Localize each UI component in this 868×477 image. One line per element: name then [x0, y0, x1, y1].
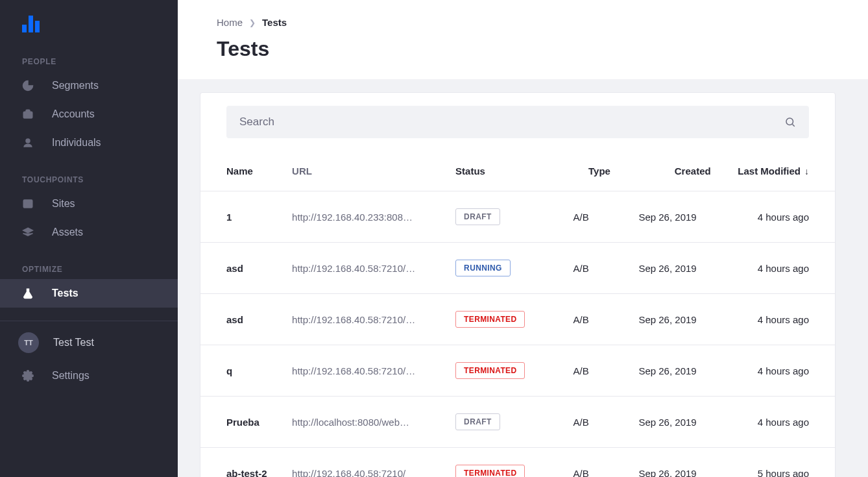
user-menu[interactable]: TT Test Test [0, 324, 178, 361]
briefcase-icon [22, 108, 34, 120]
cell-url: http://192.168.40.58:7210/… [285, 345, 449, 397]
cell-modified: 4 hours ago [730, 243, 835, 294]
sidebar-item-accounts[interactable]: Accounts [0, 100, 178, 128]
sidebar-footer: TT Test Test Settings [0, 321, 178, 397]
cell-modified: 4 hours ago [730, 191, 835, 243]
section-label: OPTIMIZE [0, 247, 178, 279]
search-bar[interactable] [226, 106, 809, 138]
sidebar-item-assets[interactable]: Assets [0, 218, 178, 247]
cell-type: A/B [567, 448, 633, 478]
table-row[interactable]: asdhttp://192.168.40.58:7210/…TERMINATED… [200, 294, 835, 345]
nav-label: Accounts [52, 108, 95, 120]
nav-label: Individuals [52, 137, 101, 149]
cell-status: TERMINATED [449, 345, 566, 397]
breadcrumb-current: Tests [262, 17, 287, 28]
svg-point-4 [26, 139, 30, 143]
cell-type: A/B [567, 191, 633, 243]
search-input[interactable] [239, 116, 784, 128]
cell-url: http://localhost:8080/web… [285, 397, 449, 448]
cell-created: Sep 26, 2019 [632, 448, 730, 478]
sidebar-item-settings[interactable]: Settings [0, 361, 178, 390]
col-header-created[interactable]: Created [632, 151, 730, 191]
svg-point-9 [786, 118, 793, 125]
cell-url: http://192.168.40.233:808… [285, 191, 449, 243]
nav-label: Assets [52, 226, 83, 238]
pie-icon [22, 80, 34, 92]
cell-created: Sep 26, 2019 [632, 397, 730, 448]
search-icon[interactable] [784, 116, 796, 128]
main: Home ❯ Tests Tests Name URL [178, 0, 868, 477]
svg-rect-2 [35, 21, 40, 32]
svg-rect-0 [22, 25, 27, 32]
sidebar-item-individuals[interactable]: Individuals [0, 128, 178, 157]
cell-created: Sep 26, 2019 [632, 243, 730, 294]
cell-type: A/B [567, 243, 633, 294]
cell-name: q [200, 345, 285, 397]
col-header-url[interactable]: URL [285, 151, 449, 191]
sidebar-item-sites[interactable]: Sites [0, 190, 178, 218]
breadcrumb: Home ❯ Tests [217, 17, 829, 28]
svg-rect-1 [29, 16, 33, 32]
table-row[interactable]: 1http://192.168.40.233:808…DRAFTA/BSep 2… [200, 191, 835, 243]
table-row[interactable]: Pruebahttp://localhost:8080/web…DRAFTA/B… [200, 397, 835, 448]
col-header-status[interactable]: Status [449, 151, 566, 191]
col-header-name[interactable]: Name [200, 151, 285, 191]
cell-url: http://192.168.40.58:7210/… [285, 243, 449, 294]
page-title: Tests [217, 37, 829, 61]
status-badge: TERMINATED [455, 362, 525, 379]
status-badge: DRAFT [455, 208, 500, 225]
status-badge: RUNNING [455, 260, 511, 276]
cell-type: A/B [567, 397, 633, 448]
stack-icon [22, 226, 34, 238]
cell-status: TERMINATED [449, 294, 566, 345]
svg-rect-5 [23, 200, 32, 208]
window-icon [22, 198, 34, 210]
cell-created: Sep 26, 2019 [632, 345, 730, 397]
sidebar-item-segments[interactable]: Segments [0, 71, 178, 100]
breadcrumb-home[interactable]: Home [217, 17, 243, 28]
table-row[interactable]: qhttp://192.168.40.58:7210/…TERMINATEDA/… [200, 345, 835, 397]
cell-status: DRAFT [449, 397, 566, 448]
sidebar: PEOPLESegmentsAccountsIndividualsTOUCHPO… [0, 0, 178, 477]
cell-name: ab-test-2 [200, 448, 285, 478]
table-header-row: Name URL Status Type Created Last Modifi… [200, 151, 835, 191]
nav-label: Segments [52, 80, 99, 92]
settings-label: Settings [52, 370, 90, 382]
status-badge: DRAFT [455, 413, 500, 430]
section-label: PEOPLE [0, 39, 178, 71]
cell-status: TERMINATED [449, 448, 566, 478]
col-header-modified[interactable]: Last Modified↓ [730, 151, 835, 191]
cell-status: RUNNING [449, 243, 566, 294]
cell-modified: 4 hours ago [730, 345, 835, 397]
flask-icon [22, 287, 34, 299]
col-header-type[interactable]: Type [567, 151, 633, 191]
header: Home ❯ Tests Tests [178, 0, 868, 79]
tests-table: Name URL Status Type Created Last Modifi… [200, 151, 835, 477]
cell-created: Sep 26, 2019 [632, 294, 730, 345]
logo[interactable] [0, 0, 178, 39]
cell-type: A/B [567, 345, 633, 397]
sort-desc-icon: ↓ [804, 166, 809, 177]
cell-name: Prueba [200, 397, 285, 448]
sidebar-item-tests[interactable]: Tests [0, 279, 178, 308]
svg-rect-3 [23, 112, 32, 118]
cell-status: DRAFT [449, 191, 566, 243]
cell-url: http://192.168.40.58:7210/… [285, 294, 449, 345]
table-row[interactable]: ab-test-2http://192.168.40.58:7210/TERMI… [200, 448, 835, 478]
status-badge: TERMINATED [455, 465, 525, 477]
cell-name: asd [200, 243, 285, 294]
nav-label: Sites [52, 198, 75, 210]
cell-type: A/B [567, 294, 633, 345]
table-row[interactable]: asdhttp://192.168.40.58:7210/…RUNNINGA/B… [200, 243, 835, 294]
cell-modified: 5 hours ago [730, 448, 835, 478]
cell-url: http://192.168.40.58:7210/ [285, 448, 449, 478]
cell-name: 1 [200, 191, 285, 243]
svg-marker-7 [23, 228, 33, 233]
gear-icon [22, 370, 34, 382]
tests-card: Name URL Status Type Created Last Modifi… [200, 92, 836, 477]
avatar: TT [18, 332, 39, 353]
cell-created: Sep 26, 2019 [632, 191, 730, 243]
content: Name URL Status Type Created Last Modifi… [178, 79, 868, 477]
svg-line-10 [792, 124, 794, 126]
nav-label: Tests [52, 287, 78, 299]
